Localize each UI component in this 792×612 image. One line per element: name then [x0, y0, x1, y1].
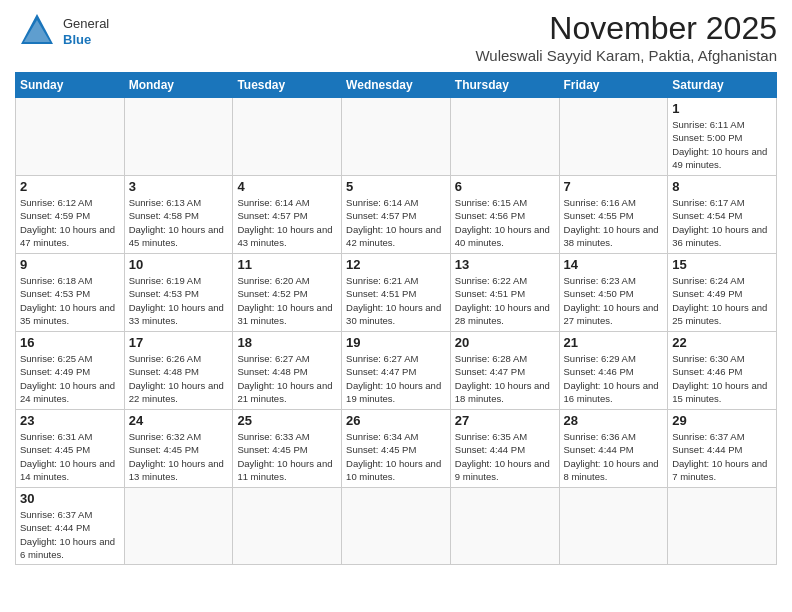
cell-content: Sunrise: 6:11 AM Sunset: 5:00 PM Dayligh… — [672, 118, 772, 171]
calendar-cell — [233, 98, 342, 176]
day-number: 11 — [237, 257, 337, 272]
calendar-cell: 26Sunrise: 6:34 AM Sunset: 4:45 PM Dayli… — [342, 410, 451, 488]
calendar-cell — [16, 98, 125, 176]
cell-content: Sunrise: 6:30 AM Sunset: 4:46 PM Dayligh… — [672, 352, 772, 405]
cell-content: Sunrise: 6:37 AM Sunset: 4:44 PM Dayligh… — [20, 508, 120, 561]
day-number: 23 — [20, 413, 120, 428]
header-saturday: Saturday — [668, 73, 777, 98]
calendar-week-row: 30Sunrise: 6:37 AM Sunset: 4:44 PM Dayli… — [16, 488, 777, 565]
day-number: 1 — [672, 101, 772, 116]
day-number: 10 — [129, 257, 229, 272]
cell-content: Sunrise: 6:22 AM Sunset: 4:51 PM Dayligh… — [455, 274, 555, 327]
cell-content: Sunrise: 6:25 AM Sunset: 4:49 PM Dayligh… — [20, 352, 120, 405]
day-number: 19 — [346, 335, 446, 350]
calendar-cell — [450, 488, 559, 565]
calendar-cell: 7Sunrise: 6:16 AM Sunset: 4:55 PM Daylig… — [559, 176, 668, 254]
calendar-cell — [342, 488, 451, 565]
calendar-cell — [559, 98, 668, 176]
calendar-cell: 19Sunrise: 6:27 AM Sunset: 4:47 PM Dayli… — [342, 332, 451, 410]
calendar-cell — [450, 98, 559, 176]
day-number: 30 — [20, 491, 120, 506]
cell-content: Sunrise: 6:20 AM Sunset: 4:52 PM Dayligh… — [237, 274, 337, 327]
calendar-cell: 14Sunrise: 6:23 AM Sunset: 4:50 PM Dayli… — [559, 254, 668, 332]
cell-content: Sunrise: 6:28 AM Sunset: 4:47 PM Dayligh… — [455, 352, 555, 405]
day-number: 13 — [455, 257, 555, 272]
day-number: 2 — [20, 179, 120, 194]
day-number: 8 — [672, 179, 772, 194]
day-number: 7 — [564, 179, 664, 194]
logo-icon — [15, 10, 59, 54]
day-number: 27 — [455, 413, 555, 428]
calendar-cell: 11Sunrise: 6:20 AM Sunset: 4:52 PM Dayli… — [233, 254, 342, 332]
cell-content: Sunrise: 6:37 AM Sunset: 4:44 PM Dayligh… — [672, 430, 772, 483]
location-title: Wuleswali Sayyid Karam, Paktia, Afghanis… — [475, 47, 777, 64]
day-number: 17 — [129, 335, 229, 350]
calendar-week-row: 2Sunrise: 6:12 AM Sunset: 4:59 PM Daylig… — [16, 176, 777, 254]
cell-content: Sunrise: 6:33 AM Sunset: 4:45 PM Dayligh… — [237, 430, 337, 483]
cell-content: Sunrise: 6:26 AM Sunset: 4:48 PM Dayligh… — [129, 352, 229, 405]
cell-content: Sunrise: 6:24 AM Sunset: 4:49 PM Dayligh… — [672, 274, 772, 327]
calendar-cell: 28Sunrise: 6:36 AM Sunset: 4:44 PM Dayli… — [559, 410, 668, 488]
cell-content: Sunrise: 6:15 AM Sunset: 4:56 PM Dayligh… — [455, 196, 555, 249]
day-number: 14 — [564, 257, 664, 272]
calendar-cell — [124, 98, 233, 176]
calendar-cell: 18Sunrise: 6:27 AM Sunset: 4:48 PM Dayli… — [233, 332, 342, 410]
calendar-week-row: 9Sunrise: 6:18 AM Sunset: 4:53 PM Daylig… — [16, 254, 777, 332]
day-number: 5 — [346, 179, 446, 194]
calendar-cell — [233, 488, 342, 565]
cell-content: Sunrise: 6:19 AM Sunset: 4:53 PM Dayligh… — [129, 274, 229, 327]
header-sunday: Sunday — [16, 73, 125, 98]
day-number: 25 — [237, 413, 337, 428]
calendar-header-row: SundayMondayTuesdayWednesdayThursdayFrid… — [16, 73, 777, 98]
calendar-cell: 24Sunrise: 6:32 AM Sunset: 4:45 PM Dayli… — [124, 410, 233, 488]
calendar-cell: 6Sunrise: 6:15 AM Sunset: 4:56 PM Daylig… — [450, 176, 559, 254]
day-number: 4 — [237, 179, 337, 194]
cell-content: Sunrise: 6:31 AM Sunset: 4:45 PM Dayligh… — [20, 430, 120, 483]
day-number: 28 — [564, 413, 664, 428]
cell-content: Sunrise: 6:27 AM Sunset: 4:48 PM Dayligh… — [237, 352, 337, 405]
calendar-table: SundayMondayTuesdayWednesdayThursdayFrid… — [15, 72, 777, 565]
calendar-cell — [559, 488, 668, 565]
day-number: 6 — [455, 179, 555, 194]
logo: General Blue — [15, 10, 109, 54]
header-wednesday: Wednesday — [342, 73, 451, 98]
logo-text: General Blue — [63, 16, 109, 47]
day-number: 26 — [346, 413, 446, 428]
cell-content: Sunrise: 6:16 AM Sunset: 4:55 PM Dayligh… — [564, 196, 664, 249]
logo-blue: Blue — [63, 32, 109, 48]
calendar-cell: 8Sunrise: 6:17 AM Sunset: 4:54 PM Daylig… — [668, 176, 777, 254]
calendar-cell: 12Sunrise: 6:21 AM Sunset: 4:51 PM Dayli… — [342, 254, 451, 332]
day-number: 16 — [20, 335, 120, 350]
calendar-week-row: 1Sunrise: 6:11 AM Sunset: 5:00 PM Daylig… — [16, 98, 777, 176]
calendar-cell: 27Sunrise: 6:35 AM Sunset: 4:44 PM Dayli… — [450, 410, 559, 488]
svg-marker-1 — [24, 20, 50, 42]
day-number: 22 — [672, 335, 772, 350]
cell-content: Sunrise: 6:12 AM Sunset: 4:59 PM Dayligh… — [20, 196, 120, 249]
cell-content: Sunrise: 6:36 AM Sunset: 4:44 PM Dayligh… — [564, 430, 664, 483]
title-area: November 2025 Wuleswali Sayyid Karam, Pa… — [475, 10, 777, 64]
calendar-cell: 15Sunrise: 6:24 AM Sunset: 4:49 PM Dayli… — [668, 254, 777, 332]
header-thursday: Thursday — [450, 73, 559, 98]
cell-content: Sunrise: 6:21 AM Sunset: 4:51 PM Dayligh… — [346, 274, 446, 327]
calendar-cell: 23Sunrise: 6:31 AM Sunset: 4:45 PM Dayli… — [16, 410, 125, 488]
cell-content: Sunrise: 6:34 AM Sunset: 4:45 PM Dayligh… — [346, 430, 446, 483]
cell-content: Sunrise: 6:14 AM Sunset: 4:57 PM Dayligh… — [237, 196, 337, 249]
calendar-cell: 10Sunrise: 6:19 AM Sunset: 4:53 PM Dayli… — [124, 254, 233, 332]
day-number: 15 — [672, 257, 772, 272]
calendar-cell: 21Sunrise: 6:29 AM Sunset: 4:46 PM Dayli… — [559, 332, 668, 410]
day-number: 18 — [237, 335, 337, 350]
day-number: 3 — [129, 179, 229, 194]
calendar-week-row: 23Sunrise: 6:31 AM Sunset: 4:45 PM Dayli… — [16, 410, 777, 488]
calendar-cell: 17Sunrise: 6:26 AM Sunset: 4:48 PM Dayli… — [124, 332, 233, 410]
day-number: 29 — [672, 413, 772, 428]
day-number: 24 — [129, 413, 229, 428]
cell-content: Sunrise: 6:23 AM Sunset: 4:50 PM Dayligh… — [564, 274, 664, 327]
page-header: General Blue November 2025 Wuleswali Say… — [15, 10, 777, 64]
day-number: 21 — [564, 335, 664, 350]
cell-content: Sunrise: 6:13 AM Sunset: 4:58 PM Dayligh… — [129, 196, 229, 249]
calendar-cell: 29Sunrise: 6:37 AM Sunset: 4:44 PM Dayli… — [668, 410, 777, 488]
month-title: November 2025 — [475, 10, 777, 47]
calendar-cell — [668, 488, 777, 565]
cell-content: Sunrise: 6:32 AM Sunset: 4:45 PM Dayligh… — [129, 430, 229, 483]
cell-content: Sunrise: 6:14 AM Sunset: 4:57 PM Dayligh… — [346, 196, 446, 249]
